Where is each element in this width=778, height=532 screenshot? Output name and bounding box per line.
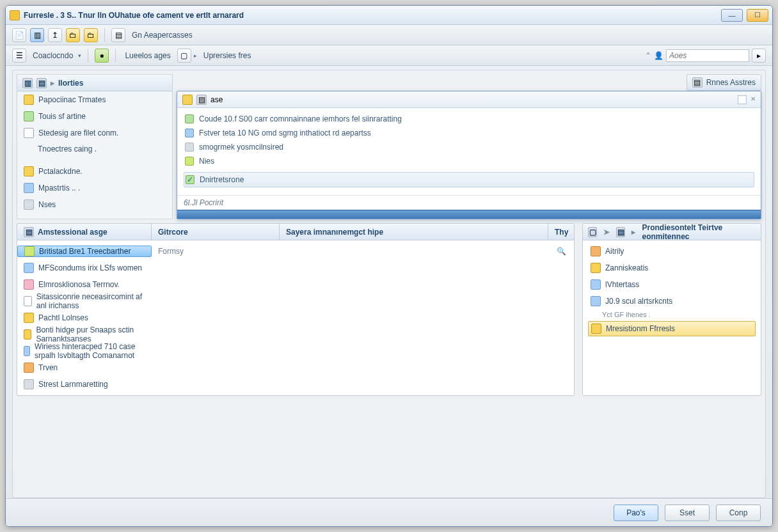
folder-icon: [24, 95, 34, 105]
message-row[interactable]: Nies: [184, 154, 754, 168]
row-label: Strest Larnmaretting: [38, 380, 108, 389]
window-title: Furresle . 3 S.. Tnur lln OUhatue ofe ca…: [24, 11, 721, 20]
message-text: Dnirtretsrone: [200, 175, 244, 184]
sidebar-item-0[interactable]: Papociinac Trmates: [17, 91, 172, 108]
folder-icon: [24, 166, 34, 176]
row-icon: [24, 363, 34, 373]
tb2-green-icon[interactable]: ●: [95, 49, 109, 63]
list-row[interactable]: Britistad Bre1 TreecbartherFormsy🔍: [17, 243, 574, 260]
status-text: 6l.Jl Pocririt: [184, 198, 223, 207]
tb2-item3[interactable]: Uprersies fres: [201, 51, 254, 60]
search-go-icon[interactable]: ▸: [752, 49, 766, 63]
column-header-4[interactable]: Thy: [548, 224, 574, 240]
notes-icon: [24, 199, 34, 210]
msg-min-icon[interactable]: [738, 95, 747, 104]
hdr-icon2[interactable]: ▤: [616, 227, 625, 237]
list-row[interactable]: Bonti hidge pur Snaaps sctin Sarnanktsаn…: [17, 326, 574, 343]
sidebar-item-1[interactable]: Touis sf artine: [17, 108, 172, 125]
categories-body: AitrilyZanniskeatislVhtertassJ0.9 scul a…: [583, 240, 761, 340]
app-icon: [10, 10, 20, 20]
sidebar-item-4[interactable]: Pctalackdne.: [17, 163, 172, 180]
column-header-3[interactable]: Sayera imnanınemgct hipe: [280, 224, 548, 240]
categories-header: ▢ ➤ ▤ ▸ Prondiesontelt Teirtve eonmitenn…: [583, 224, 761, 240]
hdr-arrow-icon[interactable]: ➤: [603, 228, 610, 237]
tb2-item2[interactable]: Lueelos ages: [122, 51, 173, 60]
list-row[interactable]: Strest Larnmaretting: [17, 376, 574, 393]
search-input[interactable]: [666, 49, 749, 62]
row-icon: [24, 279, 34, 290]
tb2-list-icon[interactable]: ☰: [12, 49, 26, 63]
col-label: Thy: [555, 228, 568, 237]
list-row[interactable]: Sitassiconrie neceasircomint af anl iric…: [17, 293, 574, 309]
category-label: Mresistionm Ffrresls: [606, 324, 675, 333]
row-action[interactable]: 🔍: [548, 247, 574, 256]
sidebar-item-2[interactable]: Stedesig are filet conm.: [17, 125, 172, 141]
tb-document-icon[interactable]: 📄: [12, 28, 26, 42]
category-item[interactable]: Zanniskeatis: [588, 261, 756, 275]
category-item[interactable]: Aitrily: [588, 244, 756, 258]
right-tab[interactable]: Rnnes Asstres: [706, 78, 756, 87]
sidebar-item-6[interactable]: Nses: [17, 196, 172, 213]
dropdown-icon[interactable]: ▾: [78, 52, 81, 59]
minimize-button[interactable]: —: [721, 9, 743, 22]
sidebar-tab-label[interactable]: Ilorties: [58, 79, 83, 88]
task-icon: [24, 111, 34, 121]
window-controls: — ☐: [721, 9, 768, 22]
tb-folder2-icon[interactable]: 🗀: [84, 28, 98, 42]
tb-note-icon[interactable]: ▤: [111, 28, 125, 42]
message-row[interactable]: smogrmek yosmcilnsired: [184, 140, 754, 154]
category-highlight[interactable]: Mresistionm Ffrresls: [588, 321, 756, 336]
primary-button[interactable]: Pao's: [614, 505, 658, 521]
list-row[interactable]: MFScondums irix LSfs women: [17, 260, 574, 276]
hdr-icon[interactable]: ▢: [588, 227, 597, 237]
bullet-icon: [185, 129, 194, 137]
category-item[interactable]: J0.9 scul alrtsrkcnts: [588, 294, 756, 308]
search-group: ⌃ 👤 ▸: [645, 49, 766, 63]
sidebar-item-5[interactable]: Mpastrtis .. .: [17, 180, 172, 196]
right-tab-label: Rnnes Asstres: [706, 78, 756, 87]
msg-close-icon[interactable]: ✕: [750, 95, 756, 104]
category-icon: [591, 279, 601, 290]
check-icon: ✓: [186, 175, 194, 184]
list-row[interactable]: Pachtl Lolnses: [17, 309, 574, 326]
tb2-square-icon[interactable]: ▢: [177, 49, 191, 63]
tb-box-icon[interactable]: ▥: [30, 28, 44, 42]
category-label: Aitrily: [605, 247, 624, 256]
row-icon: [24, 329, 31, 340]
tb-folder-icon[interactable]: 🗀: [66, 28, 80, 42]
maximize-button[interactable]: ☐: [747, 9, 768, 22]
list-row[interactable]: Trven: [17, 359, 574, 376]
message-panel-footer: [177, 210, 761, 219]
category-item[interactable]: lVhtertass: [588, 278, 756, 292]
sidebar-item-3[interactable]: Tnoectres caing .: [17, 141, 172, 157]
separator: [115, 49, 116, 63]
row-label: Britistad Bre1 Treecbarther: [39, 247, 131, 256]
tb-label: Gn Aeapercasses: [129, 31, 195, 40]
dialog-footer: Pao's Sset Conp: [6, 498, 772, 526]
list-row[interactable]: Elmrosklionosa Terrnov.: [17, 276, 574, 293]
list-header: ▤Amstessional asge Gitrcore Sayera imnan…: [17, 224, 574, 240]
bullet-icon: [185, 114, 194, 123]
message-panel-header: ▤ ase ✕: [177, 91, 761, 108]
message-text: smogrmek yosmcilnsired: [199, 143, 283, 152]
nav-sidebar: ▥ ▤ ▸ Ilorties Papociinac Trmates Touis …: [17, 74, 173, 219]
message-row[interactable]: Coude 10.f S00 carr comnnainnane iemhors…: [184, 112, 754, 126]
tb2-item1[interactable]: Coaclocndo: [30, 51, 75, 60]
tb-up-icon[interactable]: ↥: [48, 28, 62, 42]
msg-folder-icon: [182, 95, 193, 105]
category-icon: [591, 246, 601, 256]
main-list-panel: ▤Amstessional asge Gitrcore Sayera imnan…: [17, 223, 575, 396]
set-button[interactable]: Sset: [665, 505, 710, 521]
list-row[interactable]: Wiriess hinteracped 710 case srpalh lsvb…: [17, 343, 574, 359]
column-header-1[interactable]: ▤Amstessional asge: [17, 224, 152, 240]
category-label: J0.9 scul alrtsrkcnts: [605, 297, 672, 306]
sidebar-item-label: Papociinac Trmates: [38, 95, 106, 104]
row-icon: [24, 296, 32, 306]
bottom-row: ▤Amstessional asge Gitrcore Sayera imnan…: [17, 223, 761, 396]
message-row[interactable]: Fstver teta 10 NG omd sgmg inthatioct rd…: [184, 126, 754, 140]
column-header-2[interactable]: Gitrcore: [152, 224, 280, 240]
cancel-button[interactable]: Conp: [716, 505, 761, 521]
dropdown-icon[interactable]: ▸: [194, 52, 197, 59]
sub-toolbar: ☰ Coaclocndo ▾ ● Lueelos ages ▢ ▸ Uprers…: [6, 45, 772, 66]
message-row-selected[interactable]: ✓Dnirtretsrone: [184, 172, 754, 187]
